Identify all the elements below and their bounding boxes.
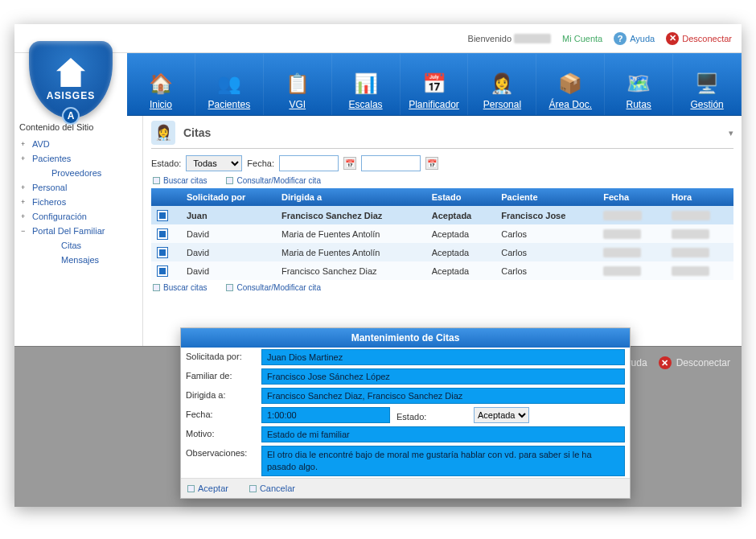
familiar-field[interactable]: Francisco Jose Sánchez López	[261, 368, 625, 385]
col-header[interactable]: Solicitado por	[180, 188, 275, 206]
tree-expand-icon[interactable]: +	[21, 212, 29, 220]
nav-pacientes[interactable]: 👥Pacientes	[195, 54, 264, 115]
tree-expand-icon[interactable]: +	[21, 140, 29, 148]
nav-personal[interactable]: 👩‍⚕️Personal	[468, 54, 536, 115]
nav-icon: 📊	[351, 68, 381, 99]
nav-planificador[interactable]: 📅Planificador	[401, 54, 469, 115]
nav-rutas[interactable]: 🗺️Rutas	[605, 54, 673, 115]
nav-label: VGI	[289, 99, 306, 110]
sidebar-item[interactable]: +Pacientes	[18, 151, 139, 166]
tree-expand-icon[interactable]: +	[21, 198, 29, 206]
footer-disconnect-link[interactable]: ✕ Desconectar	[659, 356, 730, 369]
maint-estado-select[interactable]: Aceptada	[474, 407, 529, 423]
dirigida-field[interactable]: Francisco Sanchez Diaz, Francisco Sanche…	[261, 388, 625, 404]
sidebar-item[interactable]: Citas	[18, 238, 139, 253]
fecha-to-input[interactable]	[361, 155, 421, 171]
section-header: 👩‍⚕️ Citas ▾	[151, 121, 733, 149]
row-checkbox[interactable]	[158, 266, 167, 276]
sidebar-list: +AVD+PacientesProveedores+Personal+Fiche…	[18, 137, 139, 267]
maintenance-buttons: Aceptar Cancelar	[181, 478, 630, 498]
estado-select[interactable]: Todas	[186, 155, 242, 171]
disconnect-link[interactable]: ✕ Desconectar	[666, 32, 732, 45]
maint-estado-label: Estado:	[396, 409, 467, 422]
nav-readoc[interactable]: 📦Área Doc.	[536, 54, 605, 115]
cell-estado: Aceptada	[425, 206, 495, 224]
row-checkbox[interactable]	[158, 248, 167, 257]
sidebar-link[interactable]: AVD	[32, 139, 50, 149]
section-collapse-icon[interactable]: ▾	[729, 128, 733, 138]
user-bar: Bienvenido xxxx Mi Cuenta ? Ayuda ✕ Desc…	[14, 24, 742, 53]
motivo-field[interactable]: Estado de mi familiar	[261, 426, 625, 442]
close-icon: ✕	[666, 32, 679, 45]
solicitada-field[interactable]: Juan Dios Martinez	[261, 349, 625, 365]
cell-solicitado: David	[180, 243, 275, 261]
col-header[interactable]: Fecha	[597, 188, 665, 206]
sidebar-link[interactable]: Mensajes	[61, 255, 99, 265]
fecha-label: Fecha:	[247, 158, 274, 168]
obs-field[interactable]: El otro dia le encontré bajo de moral me…	[261, 446, 625, 476]
tree-expand-icon[interactable]: +	[21, 154, 29, 163]
nav-vgi[interactable]: 📋VGI	[264, 54, 332, 115]
sidebar-item[interactable]: +AVD	[18, 137, 139, 151]
nav-icon: 🗺️	[623, 68, 654, 99]
cell-paciente: Carlos	[495, 261, 597, 280]
sidebar-item[interactable]: +Configuración	[18, 209, 139, 224]
calendar-icon[interactable]: 📅	[425, 157, 438, 170]
cell-solicitado: David	[180, 224, 275, 243]
row-checkbox[interactable]	[158, 229, 167, 239]
cell-dirigida: Maria de Fuentes Antolín	[275, 243, 425, 261]
calendar-icon[interactable]: 📅	[343, 157, 356, 170]
aceptar-button[interactable]: Aceptar	[187, 483, 228, 493]
table-row[interactable]: DavidMaria de Fuentes AntolínAceptadaCar…	[151, 243, 733, 261]
sidebar-link[interactable]: Portal Del Familiar	[32, 226, 105, 236]
table-row[interactable]: DavidFrancisco Sanchez DiazAceptadaCarlo…	[151, 261, 733, 280]
sidebar-link[interactable]: Pacientes	[32, 154, 71, 163]
nav-gestin[interactable]: 🖥️Gestión	[673, 54, 742, 115]
sidebar-link[interactable]: Ficheros	[32, 197, 66, 207]
nav-label: Inicio	[150, 99, 172, 110]
col-header[interactable]: Hora	[665, 188, 733, 206]
sidebar-item[interactable]: Proveedores	[18, 166, 139, 180]
sidebar-link[interactable]: Proveedores	[51, 168, 101, 178]
my-account-link[interactable]: Mi Cuenta	[562, 34, 602, 43]
buscar-citas-link[interactable]: Buscar citas	[153, 283, 207, 292]
filter-bar: Estado: Todas Fecha: 📅 📅	[151, 155, 733, 171]
sidebar-item[interactable]: Mensajes	[18, 253, 139, 267]
help-link[interactable]: ? Ayuda	[614, 32, 655, 45]
nav-icon: 📦	[555, 68, 585, 99]
col-header[interactable]: Estado	[425, 188, 495, 206]
fecha-from-input[interactable]	[279, 155, 339, 171]
tree-expand-icon[interactable]: −	[21, 227, 29, 235]
cell-hora: xx	[665, 206, 733, 224]
nav-icon: 👩‍⚕️	[487, 68, 517, 99]
col-header[interactable]: Paciente	[495, 188, 597, 206]
sidebar-title: Contenido del Sitio	[19, 122, 139, 132]
row-checkbox[interactable]	[158, 211, 167, 220]
sidebar-item[interactable]: −Portal Del Familiar	[18, 224, 139, 238]
maintenance-panel: Mantenimiento de Citas Solicitada por: J…	[180, 327, 631, 499]
sidebar-item[interactable]: +Ficheros	[18, 195, 139, 209]
consultar-cita-link[interactable]: Consultar/Modificar cita	[226, 176, 320, 185]
nav-escalas[interactable]: 📊Escalas	[332, 54, 401, 115]
table-row[interactable]: DavidMaria de Fuentes AntolínAceptadaCar…	[151, 224, 733, 243]
nav-label: Área Doc.	[549, 99, 592, 110]
sidebar-link[interactable]: Citas	[61, 241, 81, 250]
tree-expand-icon[interactable]: +	[21, 183, 29, 191]
col-header[interactable]: Dirigida a	[275, 188, 425, 206]
cell-estado: Aceptada	[425, 224, 495, 243]
solicitada-label: Solicitada por:	[186, 349, 257, 361]
buscar-citas-link[interactable]: Buscar citas	[153, 176, 207, 185]
nav-icon: 🏠	[146, 68, 176, 99]
consultar-cita-link[interactable]: Consultar/Modificar cita	[226, 283, 320, 292]
sidebar-link[interactable]: Configuración	[32, 212, 87, 221]
citas-table: Solicitado porDirigida aEstadoPacienteFe…	[151, 188, 733, 280]
cell-fecha: xx	[597, 224, 665, 243]
nav-inicio[interactable]: 🏠Inicio	[127, 54, 195, 115]
help-icon: ?	[614, 32, 627, 45]
link-row-top: Buscar citas Consultar/Modificar cita	[153, 176, 733, 185]
table-row[interactable]: JuanFrancisco Sanchez DiazAceptadaFranci…	[151, 206, 733, 224]
cancelar-button[interactable]: Cancelar	[249, 483, 295, 493]
maint-fecha-field[interactable]: 1:00:00	[261, 407, 390, 423]
sidebar-link[interactable]: Personal	[32, 183, 67, 192]
sidebar-item[interactable]: +Personal	[18, 180, 139, 195]
